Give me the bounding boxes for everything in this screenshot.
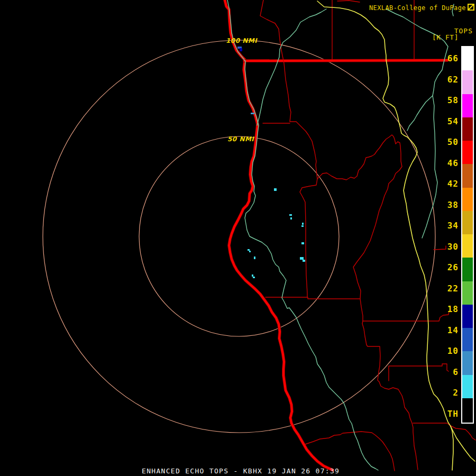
echo-region-9 xyxy=(300,257,304,260)
colorbar-segment-58 xyxy=(462,94,473,117)
colorbar-segment-26 xyxy=(462,281,473,305)
echo-region-8 xyxy=(301,242,304,244)
highway-299 xyxy=(244,60,447,61)
river-mad xyxy=(227,0,378,470)
echo-region-1 xyxy=(240,48,242,51)
echo-region-10 xyxy=(303,260,305,262)
colorbar-segment-34 xyxy=(462,234,473,258)
colorbar-segment-38 xyxy=(462,211,473,234)
county-line-southeast xyxy=(305,432,395,471)
colorbar-label-34: 34 xyxy=(440,222,459,230)
colorbar-segment-th xyxy=(462,398,473,423)
colorbar-label-th: TH xyxy=(440,410,459,418)
colorbar-segment-50 xyxy=(462,141,473,164)
colorbar-segment-30 xyxy=(462,258,473,281)
river-trinity xyxy=(386,9,448,131)
colorbar-segment-46 xyxy=(462,164,473,187)
colorbar-segment-54 xyxy=(462,117,473,141)
brand-header: NEXLAB-College of DuPage xyxy=(369,3,474,13)
colorbar-segment-22 xyxy=(462,305,473,328)
state-route-fork-south xyxy=(451,426,453,470)
state-route-96 xyxy=(317,1,451,426)
colorbar-segment-10 xyxy=(462,375,473,398)
county-line-800 xyxy=(413,423,475,440)
colorbar-label-46: 46 xyxy=(440,159,459,168)
county-line-607 xyxy=(363,311,449,321)
echo-region-11 xyxy=(248,249,250,251)
echo-region-7 xyxy=(301,225,304,227)
brand-title: NEXLAB-College of DuPage xyxy=(369,4,466,12)
colorbar-label-2: 2 xyxy=(440,389,459,397)
echo-region-13 xyxy=(254,257,255,259)
echo-region-5 xyxy=(290,217,292,219)
range-ring-label-50nmi: 50 NMI xyxy=(227,135,254,143)
colorbar-segment-42 xyxy=(462,188,473,211)
colorbar-segment-14 xyxy=(462,351,473,374)
range-ring-50-nmi xyxy=(139,136,339,336)
colorbar-label-30: 30 xyxy=(440,243,459,251)
range-ring-100-nmi xyxy=(43,40,435,433)
echo-region-4 xyxy=(289,214,292,216)
echo-region-3 xyxy=(274,188,277,191)
highway-101-halo xyxy=(225,0,333,470)
county-line-south-horizontal xyxy=(266,297,360,299)
highway-101 xyxy=(225,0,333,470)
colorbar-label-66: 66 xyxy=(440,54,459,63)
colorbar-segment-62 xyxy=(462,70,473,94)
river-trinity-south-fork xyxy=(422,96,437,238)
county-line-central xyxy=(260,0,317,297)
river-north-branch xyxy=(257,9,326,125)
cod-logo-icon xyxy=(468,3,474,13)
colorbar-label-38: 38 xyxy=(440,201,459,209)
radar-display: 100 NMI 50 NMI NEXLAB-College of DuPage … xyxy=(0,0,476,476)
colorbar-label-10: 10 xyxy=(440,347,459,355)
scale-unit-label: [K FT] xyxy=(432,33,459,41)
colorbar-label-50: 50 xyxy=(440,138,459,147)
colorbar-label-58: 58 xyxy=(440,96,459,105)
status-caption: ENHANCED ECHO TOPS - KBHX 19 JAN 26 07:3… xyxy=(142,467,340,475)
echo-region-15 xyxy=(253,277,255,278)
echo-tops-colorbar xyxy=(461,46,474,424)
map-canvas xyxy=(0,0,476,476)
colorbar-segment-18 xyxy=(462,328,473,351)
colorbar-label-26: 26 xyxy=(440,263,459,272)
state-route-fork-east xyxy=(451,426,475,461)
echo-region-14 xyxy=(252,274,253,277)
colorbar-segment-66 xyxy=(462,47,473,70)
echo-region-2 xyxy=(251,113,254,114)
colorbar-label-62: 62 xyxy=(440,76,459,84)
colorbar-label-22: 22 xyxy=(440,285,459,293)
county-line-east-boundary xyxy=(317,135,418,470)
colorbar-label-18: 18 xyxy=(440,305,459,314)
colorbar-label-54: 54 xyxy=(440,117,459,126)
county-line-top-stub xyxy=(337,1,360,2)
colorbar-label-6: 6 xyxy=(440,368,459,377)
echo-region-6 xyxy=(302,223,304,225)
colorbar-label-42: 42 xyxy=(440,180,459,188)
echo-region-12 xyxy=(249,251,251,252)
range-ring-label-100nmi: 100 NMI xyxy=(226,37,257,44)
colorbar-label-14: 14 xyxy=(440,326,459,335)
